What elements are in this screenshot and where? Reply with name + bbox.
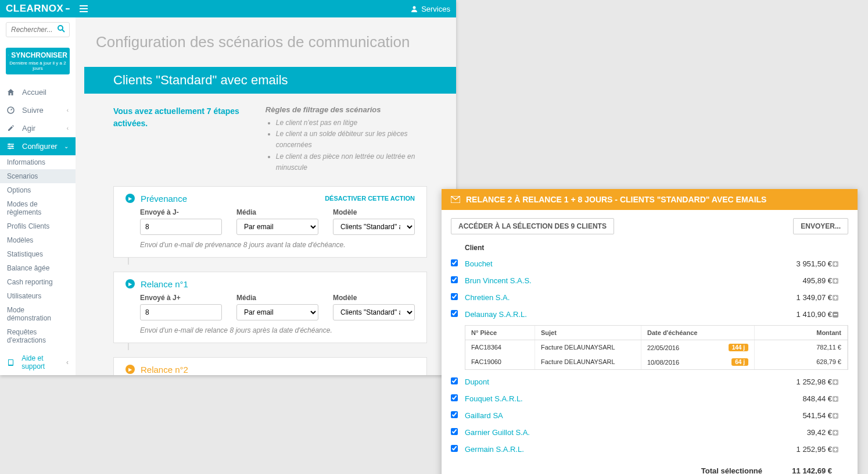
expand-toggle-icon[interactable]	[832, 412, 848, 419]
client-amount: 1 349,07 €	[774, 293, 832, 302]
expand-toggle-icon[interactable]	[832, 379, 848, 386]
nav-item-accueil[interactable]: Accueil	[0, 83, 76, 101]
field-label: Modèle	[333, 294, 415, 302]
client-name-link[interactable]: Dupont	[465, 377, 774, 386]
client-checkbox[interactable]	[451, 259, 458, 266]
col-header: Date d'échéance	[641, 326, 755, 340]
expand-toggle-icon[interactable]	[832, 261, 848, 268]
edit-icon	[7, 124, 17, 132]
svg-rect-18	[834, 314, 837, 315]
client-amount: 1 252,98 €	[774, 377, 832, 386]
days-input[interactable]	[140, 219, 222, 235]
days-overdue-badge: 144 j	[729, 344, 748, 351]
media-select[interactable]: Par email	[236, 304, 318, 320]
step-description: Envoi d'un e-mail de prévenance 8 jours …	[140, 241, 415, 249]
client-name-link[interactable]: Delaunay S.A.R.L.	[465, 310, 774, 319]
refresh-icon	[8, 52, 9, 59]
expand-toggle-icon[interactable]	[832, 311, 848, 318]
template-select[interactable]: Clients "Standard" avec em...	[333, 304, 415, 320]
nav-item-suivre[interactable]: Suivre‹	[0, 101, 76, 119]
step-bullet-icon: ▶	[125, 365, 135, 374]
client-amount: 1 410,90 €	[774, 310, 832, 319]
client-row: Delaunay S.A.R.L.1 410,90 €	[451, 306, 848, 323]
nav-item-configurer[interactable]: Configurer⌄	[0, 137, 76, 155]
days-input[interactable]	[140, 304, 222, 320]
topbar: CLEARNOX▪▪▪ Services	[0, 0, 456, 17]
expand-toggle-icon[interactable]	[832, 446, 848, 453]
send-button[interactable]: ENVOYER...	[793, 218, 848, 234]
invoice-row: FAC18364Facture DELAUNAYSARL22/05/201614…	[465, 340, 848, 355]
subnav-item[interactable]: Scenarios	[0, 169, 76, 183]
svg-line-2	[62, 30, 64, 32]
access-selection-button[interactable]: ACCÉDER À LA SÉLECTION DES 9 CLIENTS	[451, 218, 614, 234]
subnav-item[interactable]: Profils Clients	[0, 219, 76, 233]
client-name-link[interactable]: Gaillard SA	[465, 411, 774, 420]
filter-rules: Règles de filtrage des scénarios Le clie…	[266, 105, 427, 173]
media-select[interactable]: Par email	[236, 219, 318, 235]
expand-toggle-icon[interactable]	[832, 294, 848, 301]
client-checkbox[interactable]	[451, 276, 458, 283]
subnav-item[interactable]: Cash reporting	[0, 275, 76, 289]
invoice-number: FAC19060	[465, 355, 535, 369]
expand-toggle-icon[interactable]	[832, 277, 848, 284]
menu-toggle-icon[interactable]	[80, 5, 88, 12]
services-link[interactable]: Services	[411, 5, 450, 13]
client-row: Fouquet S.A.R.L.848,44 €	[451, 390, 848, 407]
deactivate-action-link[interactable]: DÉSACTIVER CETTE ACTION	[325, 195, 415, 202]
steps-count-text: Vous avez actuellement 7 étapes activées…	[113, 105, 248, 173]
search-icon[interactable]	[58, 25, 65, 33]
brand-logo: CLEARNOX▪▪▪	[6, 3, 69, 15]
step-bullet-icon: ▶	[125, 194, 135, 203]
mail-icon	[451, 196, 460, 203]
sync-button[interactable]: SYNCHRONISER Dernière mise à jour il y a…	[6, 48, 70, 74]
client-checkbox[interactable]	[451, 377, 458, 384]
subnav-item[interactable]: Modèles	[0, 233, 76, 247]
subnav-item[interactable]: Statistiques	[0, 247, 76, 261]
nav-item-agir[interactable]: Agir‹	[0, 119, 76, 137]
invoice-number: FAC18364	[465, 340, 535, 355]
subnav-item[interactable]: Options	[0, 183, 76, 197]
client-name-link[interactable]: Brun Vincent S.A.S.	[465, 276, 774, 285]
client-name-link[interactable]: Chretien S.A.	[465, 293, 774, 302]
subnav-item[interactable]: Modes de règlements	[0, 197, 76, 219]
svg-point-4	[9, 144, 10, 145]
field-label: Média	[236, 294, 318, 302]
step-box: ▶Relance n°1Envoyé à J+MédiaPar emailMod…	[113, 272, 427, 343]
client-name-link[interactable]: Garnier Guillot S.A.	[465, 428, 774, 437]
svg-rect-30	[835, 431, 836, 434]
step-title: Prévenance	[141, 194, 187, 204]
filter-rule: Le client a des pièce non lettrée ou let…	[276, 151, 427, 173]
svg-point-6	[9, 148, 11, 149]
svg-rect-21	[835, 380, 836, 384]
client-checkbox[interactable]	[451, 394, 458, 401]
subnav-item[interactable]: Utilisateurs	[0, 289, 76, 303]
client-checkbox[interactable]	[451, 293, 458, 300]
main-nav: AccueilSuivre‹Agir‹Configurer⌄	[0, 83, 76, 155]
step-box: ▶PrévenanceDÉSACTIVER CETTE ACTIONEnvoyé…	[113, 186, 427, 258]
client-checkbox[interactable]	[451, 428, 458, 435]
help-link[interactable]: Aide et support ‹	[0, 350, 76, 375]
svg-rect-13	[835, 279, 836, 283]
client-checkbox[interactable]	[451, 310, 458, 317]
main-content: Configuration des scénarios de communica…	[76, 17, 456, 375]
client-checkbox[interactable]	[451, 411, 458, 418]
subnav-item[interactable]: Mode démonstration	[0, 303, 76, 325]
client-name-link[interactable]: Fouquet S.A.R.L.	[465, 394, 774, 403]
expand-toggle-icon[interactable]	[832, 395, 848, 402]
config-subnav: InformationsScenariosOptionsModes de règ…	[0, 155, 76, 347]
svg-rect-27	[835, 414, 836, 418]
template-select[interactable]: Clients "Standard" avec em...	[333, 219, 415, 235]
client-name-link[interactable]: Bouchet	[465, 259, 774, 268]
subnav-item[interactable]: Balance âgée	[0, 261, 76, 275]
step-bullet-icon: ▶	[125, 279, 135, 288]
svg-rect-10	[835, 262, 836, 266]
subnav-item[interactable]: Requêtes d'extractions	[0, 325, 76, 347]
client-checkbox[interactable]	[451, 445, 458, 452]
expand-toggle-icon[interactable]	[832, 429, 848, 436]
invoice-subject: Facture DELAUNAYSARL	[535, 355, 641, 369]
field-label: Modèle	[333, 208, 415, 216]
subnav-item[interactable]: Informations	[0, 155, 76, 169]
client-row: Dupont1 252,98 €	[451, 373, 848, 390]
relance-panel: RELANCE 2 À RELANCE 1 + 8 JOURS - CLIENT…	[442, 189, 858, 474]
client-name-link[interactable]: Germain S.A.R.L.	[465, 445, 774, 454]
